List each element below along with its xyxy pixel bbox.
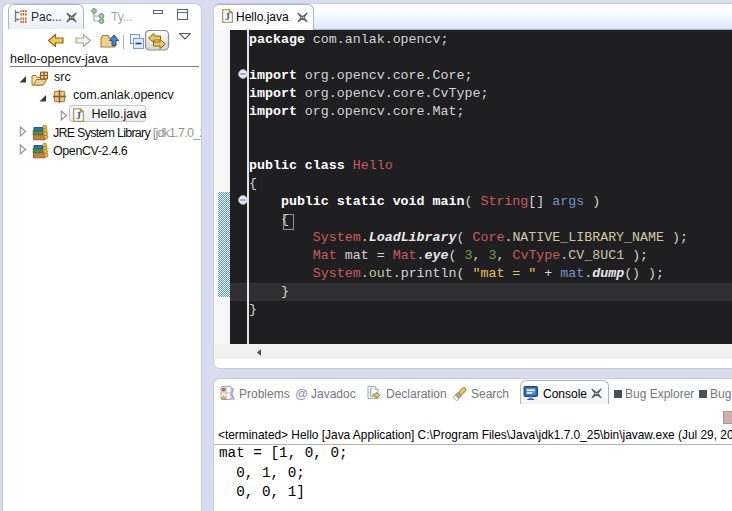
svg-text:{: {	[369, 387, 372, 397]
svg-text:J: J	[76, 110, 81, 121]
svg-text:J: J	[225, 11, 230, 22]
